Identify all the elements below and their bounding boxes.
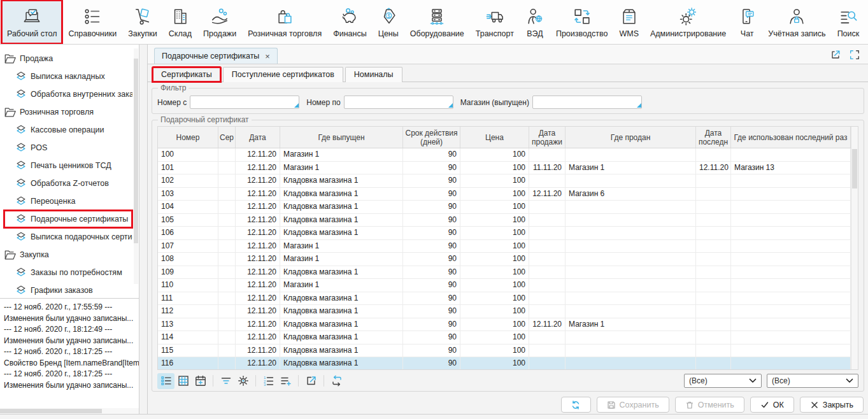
tab-certificate-receipts[interactable]: Поступление сертификатов	[223, 67, 343, 82]
sidebar-item[interactable]: Выписка подарочных сертификатов	[4, 228, 132, 246]
toolbar-item-equipment[interactable]: Оборудование	[404, 0, 470, 44]
toolbar-item-desktop[interactable]: Рабочий стол	[1, 0, 62, 44]
column-header[interactable]: Где выпущен	[280, 127, 403, 148]
grid-tool-export[interactable]	[302, 373, 320, 389]
filter-input-2[interactable]	[532, 96, 642, 109]
close-tab-icon[interactable]: ×	[265, 52, 270, 61]
tab-denominations[interactable]: Номиналы	[345, 67, 402, 82]
table-row[interactable]: 11112.11.20Кладовка магазина 190100	[158, 292, 851, 306]
table-row[interactable]: 11212.11.20Кладовка магазина 190100	[158, 305, 851, 318]
toolbar-item-production[interactable]: Производство	[550, 0, 614, 44]
column-header[interactable]: Дата продажи	[529, 127, 566, 148]
table-row[interactable]: 10712.11.20Магазин 190100	[158, 240, 851, 253]
chevron-down-icon	[846, 378, 853, 383]
table-row[interactable]: 10312.11.20Кладовка магазина 19010012.11…	[158, 188, 851, 201]
table-row[interactable]: 11312.11.20Кладовка магазина 19010012.11…	[158, 318, 851, 332]
tree-scrollbar-thumb[interactable]	[134, 59, 138, 243]
sidebar-item[interactable]: Обработка внутренних заказов	[4, 85, 132, 103]
table-cell: 12.11.20	[236, 344, 280, 357]
table-row[interactable]: 10012.11.20Магазин 190100	[158, 148, 851, 162]
sidebar-item[interactable]: Переоценка	[4, 192, 132, 210]
sidebar-item[interactable]: POS	[4, 139, 132, 157]
toolbar-item-retail[interactable]: Розничная торговля	[242, 0, 327, 44]
toolbar-item-wms[interactable]: WMS	[613, 0, 644, 44]
table-v-scrollbar-thumb[interactable]	[852, 149, 857, 188]
table-row[interactable]: 10912.11.20Кладовка магазина 190100	[158, 266, 851, 280]
table-row[interactable]: 10212.11.20Кладовка магазина 190100	[158, 174, 851, 188]
toolbar-item-account[interactable]: Учётная запись	[762, 0, 831, 44]
table-row[interactable]: 11612.11.20Кладовка магазина 190100	[158, 357, 851, 370]
filter-select-0[interactable]: (Все)	[684, 374, 762, 388]
cancel-button[interactable]: Отменить	[675, 397, 744, 413]
toolbar-item-transport[interactable]: Транспорт	[470, 0, 520, 44]
sidebar-item[interactable]: Кассовые операции	[4, 121, 132, 139]
table-row[interactable]: 11512.11.20Кладовка магазина 190100	[158, 344, 851, 358]
sidebar-item[interactable]: Закупка	[4, 246, 132, 264]
column-header[interactable]: Номер	[158, 127, 218, 148]
toolbar-item-sales[interactable]: Продажи	[197, 0, 242, 44]
toolbar-item-chat[interactable]: Чат	[732, 0, 762, 44]
grid-tool-list-view[interactable]	[157, 373, 174, 389]
log-h-scrollbar-thumb[interactable]	[0, 409, 102, 413]
filter-input-1[interactable]	[344, 96, 453, 109]
toolbar-item-search[interactable]: Поиск	[832, 0, 865, 44]
grid-tool-grid-view[interactable]	[174, 373, 192, 389]
save-button[interactable]: Сохранить	[597, 397, 669, 413]
toolbar-item-prices[interactable]: $Цены	[373, 0, 404, 44]
grid-tool-filter[interactable]	[217, 373, 234, 389]
table-row[interactable]: 10412.11.20Кладовка магазина 190100	[158, 201, 851, 214]
document-tab-gift-certificates[interactable]: Подарочные сертификаты ×	[154, 48, 278, 64]
directories-icon	[83, 7, 102, 26]
sidebar-item[interactable]: Заказы по потребностям	[4, 264, 132, 281]
toolbar-item-purchases[interactable]: Закупки	[122, 0, 163, 44]
tab-certificates[interactable]: Сертификаты	[152, 67, 221, 82]
grid-tool-settings[interactable]	[234, 373, 252, 389]
column-header[interactable]: Дата	[236, 127, 280, 148]
column-header[interactable]: Дата последн	[696, 127, 731, 148]
column-header[interactable]: Срок действия (дней)	[403, 127, 460, 148]
toolbar-item-directories[interactable]: Справочники	[62, 0, 122, 44]
log-h-scrollbar[interactable]	[0, 408, 139, 414]
grid-tool-calendar-view[interactable]	[192, 373, 209, 389]
table-row[interactable]: 10612.11.20Кладовка магазина 190100	[158, 227, 851, 240]
sidebar-item[interactable]: Розничная торговля	[4, 103, 132, 121]
toolbar-item-warehouse[interactable]: Склад	[163, 0, 197, 44]
table-row[interactable]: 11012.11.20Магазин 190100	[158, 279, 851, 292]
toolbar-item-finances[interactable]: Финансы	[327, 0, 372, 44]
table-row[interactable]: 11412.11.20Кладовка магазина 190100	[158, 331, 851, 344]
popout-icon[interactable]	[830, 49, 841, 60]
grid-tool-reload[interactable]	[328, 373, 345, 389]
sidebar-item[interactable]: Выписка накладных	[4, 67, 132, 85]
toolbar-item-bi[interactable]: BI	[865, 0, 868, 44]
table-row[interactable]: 10112.11.20Магазин 19010011.11.20Магазин…	[158, 162, 851, 175]
table-cell	[566, 227, 696, 239]
sidebar-item[interactable]: Обработка Z-отчетов	[4, 174, 132, 192]
table-row[interactable]: 10512.11.20Кладовка магазина 190100	[158, 214, 851, 227]
table-v-scrollbar[interactable]	[851, 127, 858, 369]
sidebar-item[interactable]: Продажа	[4, 50, 132, 67]
sidebar-item[interactable]: Графики заказов	[4, 281, 132, 299]
column-header[interactable]: Где использован последний раз	[731, 127, 851, 148]
administration-icon	[679, 7, 698, 26]
column-header[interactable]: Сер	[218, 127, 236, 148]
toolbar-item-administration[interactable]: Администрирование	[644, 0, 732, 44]
table-row[interactable]: 10812.11.20Магазин 190100	[158, 253, 851, 266]
filter-input-0[interactable]	[190, 96, 299, 109]
column-header[interactable]: Цена	[460, 127, 529, 148]
refresh-button[interactable]	[561, 397, 591, 413]
column-header[interactable]: Где продан	[566, 127, 696, 148]
toolbar-item-label: Склад	[169, 29, 192, 38]
sidebar-splitter[interactable]	[139, 45, 148, 414]
filter-select-1[interactable]: (Все)	[767, 374, 858, 388]
close-button[interactable]: Закрыть	[800, 397, 864, 413]
grid-tool-numbered-list[interactable]: 123	[260, 373, 277, 389]
table-cell	[529, 227, 566, 239]
sidebar-item[interactable]: Подарочные сертификаты	[4, 210, 132, 228]
tree-scrollbar[interactable]	[134, 48, 138, 284]
expand-icon[interactable]	[849, 49, 860, 60]
grid-tool-list-add[interactable]	[277, 373, 294, 389]
table-cell: 12.11.20	[696, 162, 731, 174]
sidebar-item[interactable]: Печать ценников ТСД	[4, 157, 132, 174]
ok-button[interactable]: ОК	[750, 397, 794, 413]
toolbar-item-foreign-trade[interactable]: ВЭД	[520, 0, 550, 44]
